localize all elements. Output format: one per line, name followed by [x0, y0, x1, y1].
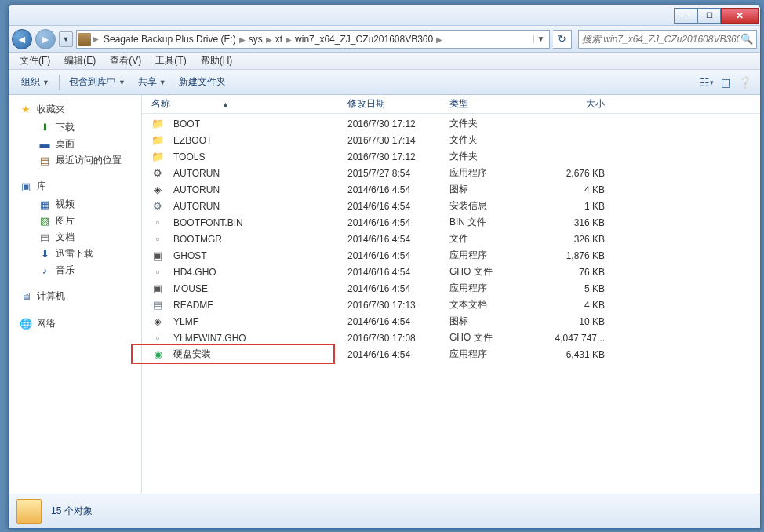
file-row[interactable]: 📁BOOT2016/7/30 17:12文件夹 — [142, 115, 760, 132]
file-size: 76 KB — [531, 267, 609, 278]
star-icon: ★ — [20, 104, 32, 116]
menu-file[interactable]: 文件(F) — [13, 53, 56, 69]
include-button[interactable]: 包含到库中▼ — [63, 72, 132, 92]
sidebar-item-label: 迅雷下载 — [56, 247, 93, 261]
sidebar-item-icon: ▦ — [38, 199, 51, 211]
file-type: GHO 文件 — [445, 331, 531, 344]
address-dropdown[interactable]: ▼ — [533, 35, 548, 43]
file-row[interactable]: ◈AUTORUN2014/6/16 4:54图标4 KB — [142, 181, 760, 198]
chevron-right-icon: ▶ — [436, 35, 442, 44]
organize-button[interactable]: 组织▼ — [15, 72, 56, 92]
column-name[interactable]: 名称▲ — [147, 97, 343, 111]
breadcrumb-segment[interactable]: win7_x64_ZJ_CZu201608VB360 — [292, 34, 436, 45]
sidebar-network[interactable]: 🌐 网络 — [9, 315, 141, 333]
minimize-button[interactable] — [674, 8, 697, 24]
refresh-button[interactable]: ↻ — [553, 30, 572, 49]
file-name: EZBOOT — [173, 135, 212, 146]
sidebar-label: 收藏夹 — [37, 103, 65, 116]
newfolder-button[interactable]: 新建文件夹 — [173, 72, 232, 92]
file-date: 2014/6/16 4:54 — [343, 349, 445, 360]
sidebar-computer[interactable]: 🖥 计算机 — [9, 288, 141, 306]
file-size: 326 KB — [531, 234, 609, 245]
share-button[interactable]: 共享▼ — [132, 72, 173, 92]
file-date: 2016/7/30 17:08 — [343, 333, 445, 344]
file-row[interactable]: ▫HD4.GHO2014/6/16 4:54GHO 文件76 KB — [142, 264, 760, 280]
breadcrumb-segment[interactable]: sys — [246, 34, 266, 45]
file-name: MOUSE — [173, 283, 208, 294]
nav-bar: ◄ ► ▼ ▶ Seagate Backup Plus Drive (E:)▶s… — [9, 26, 760, 53]
close-button[interactable] — [721, 8, 759, 24]
file-row[interactable]: ◈YLMF2014/6/16 4:54图标10 KB — [142, 313, 760, 330]
drive-icon — [78, 33, 91, 46]
file-size: 6,431 KB — [531, 349, 609, 360]
file-type: 文件夹 — [445, 133, 531, 147]
file-name: AUTORUN — [173, 168, 220, 179]
maximize-button[interactable] — [697, 8, 721, 24]
file-type: 图标 — [445, 183, 531, 196]
sidebar-item-icon: ▧ — [38, 215, 51, 228]
breadcrumb-segment[interactable]: Seagate Backup Plus Drive (E:) — [100, 34, 239, 45]
sidebar-item[interactable]: ⬇迅雷下载 — [9, 246, 141, 262]
file-type: 文件夹 — [445, 150, 531, 163]
file-list: 📁BOOT2016/7/30 17:12文件夹📁EZBOOT2016/7/30 … — [142, 114, 760, 494]
help-icon[interactable]: ❔ — [735, 74, 754, 91]
sidebar-item[interactable]: ⬇下载 — [9, 119, 141, 136]
file-date: 2014/6/16 4:54 — [343, 267, 445, 278]
column-size[interactable]: 大小 — [531, 97, 609, 111]
file-date: 2014/6/16 4:54 — [343, 234, 445, 245]
file-size: 10 KB — [531, 316, 609, 327]
file-row[interactable]: ▣MOUSE2014/6/16 4:54应用程序5 KB — [142, 280, 760, 297]
file-icon: 📁 — [151, 134, 164, 147]
file-row[interactable]: ◉硬盘安装2014/6/16 4:54应用程序6,431 KB — [142, 346, 760, 363]
menu-bar: 文件(F) 编辑(E) 查看(V) 工具(T) 帮助(H) — [9, 53, 760, 70]
file-row[interactable]: ▤README2016/7/30 17:13文本文档4 KB — [142, 297, 760, 313]
sidebar-item-icon: ⬇ — [38, 122, 51, 134]
sidebar-item-icon: ♪ — [38, 264, 51, 277]
sidebar-item[interactable]: ▦视频 — [9, 196, 141, 213]
file-name: README — [173, 300, 213, 311]
forward-button[interactable]: ► — [35, 29, 56, 49]
column-date[interactable]: 修改日期 — [343, 97, 445, 111]
sidebar-favorites[interactable]: ★ 收藏夹 — [9, 101, 141, 119]
file-row[interactable]: ⚙AUTORUN2015/7/27 8:54应用程序2,676 KB — [142, 165, 760, 181]
file-row[interactable]: ▫YLMFWIN7.GHO2016/7/30 17:08GHO 文件4,047,… — [142, 330, 760, 346]
breadcrumb-segment[interactable]: xt — [272, 34, 286, 45]
file-icon: ◉ — [151, 348, 164, 361]
file-row[interactable]: ⚙AUTORUN2014/6/16 4:54安装信息1 KB — [142, 198, 760, 214]
menu-help[interactable]: 帮助(H) — [195, 53, 239, 69]
chevron-right-icon: ▶ — [239, 35, 246, 44]
column-headers: 名称▲ 修改日期 类型 大小 — [142, 95, 760, 114]
sidebar-item[interactable]: ▬桌面 — [9, 136, 141, 152]
view-options-button[interactable]: ☷ ▾ — [697, 74, 716, 91]
library-icon: ▣ — [20, 180, 32, 193]
sidebar-item[interactable]: ▧图片 — [9, 213, 141, 229]
sidebar-item[interactable]: ▤最近访问的位置 — [9, 152, 141, 169]
sidebar-item-label: 桌面 — [56, 137, 75, 151]
file-type: 应用程序 — [445, 249, 531, 262]
sidebar-item[interactable]: ♪音乐 — [9, 262, 141, 279]
chevron-right-icon: ▶ — [266, 35, 272, 44]
file-date: 2016/7/30 17:12 — [343, 118, 445, 129]
menu-view[interactable]: 查看(V) — [104, 53, 147, 69]
file-icon: ▣ — [151, 250, 164, 262]
menu-edit[interactable]: 编辑(E) — [58, 53, 102, 69]
file-row[interactable]: 📁EZBOOT2016/7/30 17:14文件夹 — [142, 132, 760, 148]
menu-tools[interactable]: 工具(T) — [149, 53, 192, 69]
file-row[interactable]: 📁TOOLS2016/7/30 17:12文件夹 — [142, 148, 760, 165]
file-date: 2015/7/27 8:54 — [343, 168, 445, 179]
back-button[interactable]: ◄ — [12, 29, 32, 49]
sidebar-item[interactable]: ▤文档 — [9, 229, 141, 246]
file-icon: ▫ — [151, 332, 164, 344]
column-type[interactable]: 类型 — [445, 97, 531, 111]
search-input[interactable] — [582, 34, 740, 45]
file-row[interactable]: ▣GHOST2014/6/16 4:54应用程序1,876 KB — [142, 247, 760, 264]
file-row[interactable]: ▫BOOTMGR2014/6/16 4:54文件326 KB — [142, 231, 760, 247]
address-bar[interactable]: ▶ Seagate Backup Plus Drive (E:)▶sys▶xt▶… — [76, 30, 550, 49]
file-icon: ⚙ — [151, 167, 164, 180]
history-dropdown[interactable]: ▼ — [59, 31, 73, 47]
file-date: 2014/6/16 4:54 — [343, 201, 445, 212]
sidebar-libraries[interactable]: ▣ 库 — [9, 178, 141, 196]
file-row[interactable]: ▫BOOTFONT.BIN2014/6/16 4:54BIN 文件316 KB — [142, 214, 760, 231]
preview-pane-button[interactable]: ◫ — [716, 74, 735, 91]
search-box[interactable]: 🔍 — [578, 30, 757, 49]
